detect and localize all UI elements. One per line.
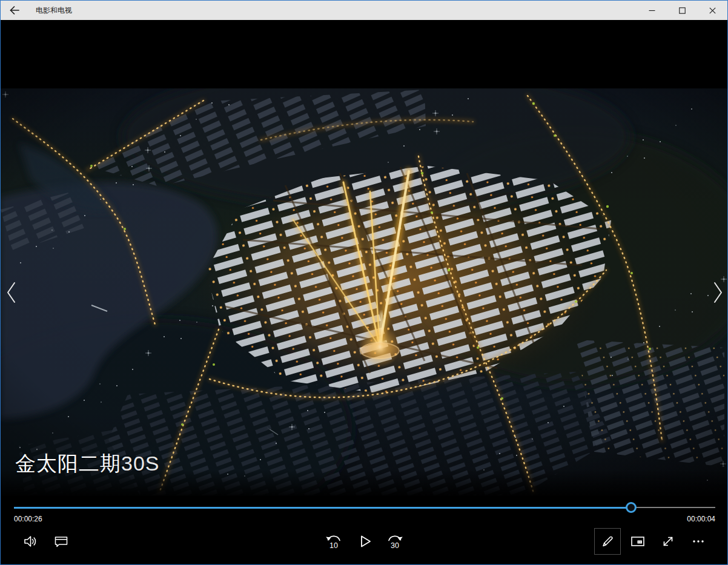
next-video-button[interactable]	[709, 279, 727, 306]
volume-button[interactable]	[17, 528, 44, 555]
play-button[interactable]	[351, 528, 378, 555]
skip-forward-button[interactable]: 30	[382, 528, 408, 555]
titlebar: 电影和电视	[1, 1, 727, 20]
overlay-title-suffix: 30S	[121, 452, 160, 475]
maximize-icon	[679, 7, 686, 14]
play-icon	[356, 533, 373, 550]
volume-icon	[22, 534, 38, 549]
miniplayer-button[interactable]	[624, 528, 651, 555]
video-frame[interactable]	[1, 88, 728, 497]
back-button[interactable]	[1, 1, 28, 20]
seek-bar[interactable]	[14, 502, 715, 513]
maximize-button[interactable]	[667, 1, 697, 20]
previous-video-button[interactable]	[2, 279, 21, 306]
pencil-icon	[600, 534, 615, 549]
close-icon	[709, 7, 716, 14]
overlay-title-main: 金太阳二期	[15, 452, 121, 475]
skip-back-10-icon: 10	[324, 532, 343, 551]
close-button[interactable]	[697, 1, 727, 20]
time-labels: 00:00:26 00:00:04	[14, 515, 715, 523]
seek-fill	[14, 507, 631, 509]
transport-bar: 00:00:26 00:00:04	[1, 496, 728, 565]
captions-icon	[53, 534, 69, 549]
skip-back-button[interactable]: 10	[320, 528, 347, 555]
elapsed-time: 00:00:26	[14, 515, 42, 523]
chevron-right-icon	[711, 280, 724, 305]
skip-forward-30-icon: 30	[385, 532, 405, 551]
app-window: 电影和电视	[0, 0, 728, 565]
minimize-button[interactable]	[637, 1, 667, 20]
miniplayer-icon	[630, 534, 646, 549]
more-options-button[interactable]	[685, 528, 712, 555]
app-title: 电影和电视	[36, 5, 72, 16]
captions-button[interactable]	[48, 528, 74, 555]
minimize-icon	[649, 7, 655, 14]
video-stage: 金太阳二期30S 00:00:26 00:00:04	[1, 20, 728, 565]
fullscreen-icon	[660, 534, 676, 549]
edit-ink-button[interactable]	[594, 528, 621, 555]
back-icon	[8, 4, 21, 16]
skip-forward-label: 30	[391, 541, 399, 550]
more-icon	[690, 534, 706, 549]
seek-thumb[interactable]	[626, 502, 637, 513]
chevron-left-icon	[5, 280, 18, 305]
fullscreen-button[interactable]	[655, 528, 681, 555]
video-overlay-title: 金太阳二期30S	[15, 451, 160, 476]
skip-back-label: 10	[329, 541, 338, 550]
remaining-time: 00:00:04	[687, 515, 715, 523]
window-controls	[637, 1, 727, 20]
